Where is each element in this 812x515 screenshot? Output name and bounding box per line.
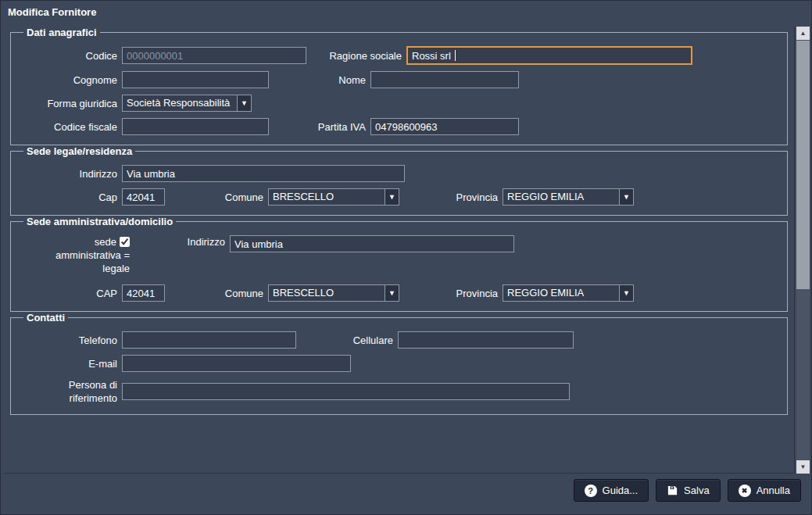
row-persona-riferimento: Persona di riferimento <box>20 378 779 405</box>
chevron-down-icon: ▼ <box>623 290 630 297</box>
help-icon: ? <box>585 485 597 497</box>
partita-iva-input[interactable] <box>370 118 519 135</box>
scrollbar-up-button[interactable]: ▲ <box>796 27 810 40</box>
window-title: Modifica Fornitore <box>1 1 811 24</box>
row-cap-comune-provincia-legale: Cap Comune BRESCELLO ▼ Provincia REGGIO … <box>20 188 779 206</box>
persona-riferimento-label: Persona di riferimento <box>20 378 122 405</box>
cognome-label: Cognome <box>20 73 122 87</box>
row-forma-giuridica: Forma giuridica Società Responsabilità ▼ <box>20 95 779 112</box>
forma-giuridica-value: Società Responsabilità <box>122 95 237 112</box>
footer-button-bar: ? Guida... Salva ✖ Annulla <box>574 479 801 502</box>
indirizzo-amministrativa-input[interactable] <box>230 235 514 252</box>
section-contatti: Contatti Telefono Cellulare E-mail Perso… <box>10 312 788 415</box>
cellulare-label: Cellulare <box>296 334 398 347</box>
indirizzo-legale-input[interactable] <box>122 165 405 182</box>
row-email: E-mail <box>20 355 779 372</box>
form-scroll-area: Dati anagrafici Codice Ragione sociale C… <box>4 27 795 474</box>
telefono-label: Telefono <box>20 334 122 347</box>
row-telefono-cellulare: Telefono Cellulare <box>20 331 779 349</box>
chevron-down-icon: ▼ <box>241 100 248 107</box>
sede-amministrativa-checkbox-label: sede amministrativa = legale <box>20 235 130 275</box>
comune-amministrativa-label: Comune <box>165 287 268 300</box>
indirizzo-legale-label: Indirizzo <box>20 167 122 181</box>
provincia-amministrativa-dropdown-button[interactable]: ▼ <box>619 284 634 302</box>
comune-amministrativa-value: BRESCELLO <box>268 284 385 302</box>
provincia-legale-label: Provincia <box>399 191 503 204</box>
section-sede-amministrativa-legend: Sede amministrativa/domicilio <box>23 216 176 227</box>
annulla-button-label: Annulla <box>757 485 790 496</box>
salva-button-label: Salva <box>684 485 710 496</box>
forma-giuridica-select[interactable]: Società Responsabilità ▼ <box>122 95 252 112</box>
ragione-sociale-label: Ragione sociale <box>306 49 406 63</box>
checkbox-label-line3: legale <box>20 262 130 275</box>
provincia-legale-value: REGGIO EMILIA <box>503 188 619 206</box>
section-sede-amministrativa: Sede amministrativa/domicilio sede ammin… <box>10 216 788 312</box>
row-sede-amministrativa-indirizzo: sede amministrativa = legale Indirizzo <box>20 235 779 275</box>
cap-legale-label: Cap <box>20 191 122 204</box>
checkbox-label-line1: sede <box>95 236 116 248</box>
cognome-input[interactable] <box>122 71 269 88</box>
comune-amministrativa-dropdown-button[interactable]: ▼ <box>385 284 399 302</box>
text-caret <box>455 50 456 61</box>
cellulare-input[interactable] <box>398 331 574 349</box>
cap-amministrativa-input[interactable] <box>122 284 165 302</box>
section-dati-anagrafici: Dati anagrafici Codice Ragione sociale C… <box>10 27 788 145</box>
comune-legale-value: BRESCELLO <box>268 188 385 206</box>
email-label: E-mail <box>20 357 122 370</box>
section-sede-legale-legend: Sede legale/residenza <box>23 145 135 157</box>
section-sede-legale: Sede legale/residenza Indirizzo Cap Comu… <box>10 145 788 216</box>
row-indirizzo-legale: Indirizzo <box>20 165 779 182</box>
row-cap-comune-provincia-amministrativa: CAP Comune BRESCELLO ▼ Provincia REGGIO … <box>20 284 779 302</box>
partita-iva-label: Partita IVA <box>269 120 370 134</box>
row-codice-ragione: Codice Ragione sociale <box>20 46 779 65</box>
ragione-sociale-input[interactable] <box>408 48 691 63</box>
salva-button[interactable]: Salva <box>656 479 721 502</box>
chevron-down-icon: ▼ <box>388 290 395 297</box>
modifica-fornitore-window: Modifica Fornitore Dati anagrafici Codic… <box>0 0 812 515</box>
triangle-up-icon: ▲ <box>800 30 807 37</box>
guida-button-label: Guida... <box>603 485 639 496</box>
cap-legale-input[interactable] <box>122 188 165 206</box>
persona-riferimento-input[interactable] <box>122 383 570 400</box>
scrollbar-thumb[interactable] <box>796 41 810 289</box>
chevron-down-icon: ▼ <box>388 194 395 201</box>
guida-button[interactable]: ? Guida... <box>574 479 649 502</box>
section-dati-anagrafici-legend: Dati anagrafici <box>23 27 100 38</box>
forma-giuridica-dropdown-button[interactable]: ▼ <box>237 95 252 112</box>
comune-legale-select[interactable]: BRESCELLO ▼ <box>268 188 399 206</box>
chevron-down-icon: ▼ <box>623 194 630 201</box>
nome-input[interactable] <box>370 71 519 88</box>
section-contatti-legend: Contatti <box>23 312 68 324</box>
scrollbar-down-button[interactable]: ▼ <box>796 460 810 474</box>
triangle-down-icon: ▼ <box>800 464 807 470</box>
comune-legale-label: Comune <box>165 191 268 204</box>
comune-legale-dropdown-button[interactable]: ▼ <box>385 188 399 206</box>
cap-amministrativa-label: CAP <box>20 287 122 300</box>
close-icon: ✖ <box>739 485 751 497</box>
provincia-amministrativa-value: REGGIO EMILIA <box>503 284 619 302</box>
provincia-legale-dropdown-button[interactable]: ▼ <box>619 188 634 206</box>
comune-amministrativa-select[interactable]: BRESCELLO ▼ <box>268 284 399 302</box>
codice-label: Codice <box>20 49 122 63</box>
row-cognome-nome: Cognome Nome <box>20 71 779 88</box>
provincia-legale-select[interactable]: REGGIO EMILIA ▼ <box>503 188 634 206</box>
sede-amministrativa-checkbox[interactable] <box>120 237 130 247</box>
annulla-button[interactable]: ✖ Annulla <box>728 479 801 502</box>
vertical-scrollbar[interactable]: ▲ ▼ <box>796 27 810 474</box>
telefono-input[interactable] <box>122 331 296 349</box>
save-disk-icon <box>667 485 678 496</box>
codice-fiscale-input[interactable] <box>122 118 269 135</box>
nome-label: Nome <box>269 73 370 87</box>
email-input[interactable] <box>122 355 351 372</box>
ragione-sociale-field[interactable] <box>406 46 692 65</box>
codice-input[interactable] <box>122 47 306 64</box>
forma-giuridica-label: Forma giuridica <box>20 97 122 110</box>
codice-fiscale-label: Codice fiscale <box>20 120 122 134</box>
row-codicefiscale-partitaiva: Codice fiscale Partita IVA <box>20 118 779 135</box>
indirizzo-amministrativa-label: Indirizzo <box>130 235 230 249</box>
provincia-amministrativa-label: Provincia <box>399 287 503 300</box>
checkbox-label-line2: amministrativa = <box>20 249 130 262</box>
provincia-amministrativa-select[interactable]: REGGIO EMILIA ▼ <box>503 284 634 302</box>
